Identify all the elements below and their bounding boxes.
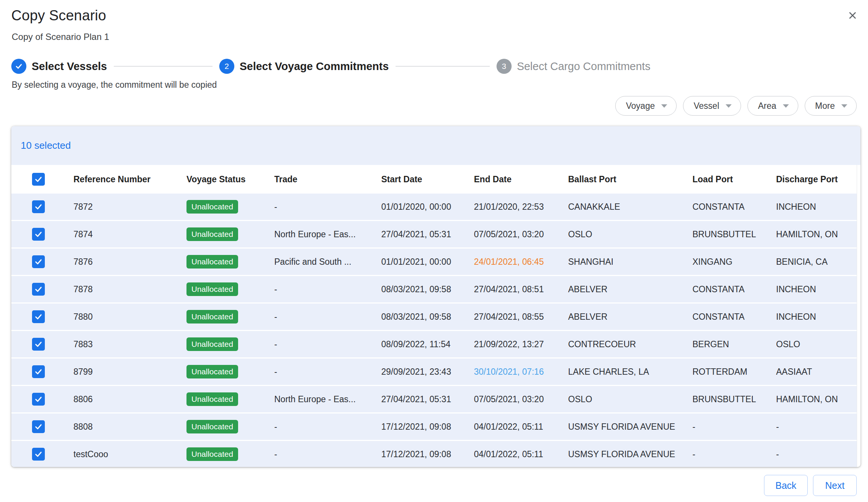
cell-end-date: 04/01/2022, 05:11	[474, 422, 568, 432]
step-label: Select Voyage Commitments	[240, 60, 389, 73]
table-row[interactable]: 7880 Unallocated - 08/03/2021, 09:58 27/…	[11, 304, 857, 331]
table-row[interactable]: 8799 Unallocated - 29/09/2021, 23:43 30/…	[11, 359, 857, 386]
column-header-start-date: Start Date	[381, 174, 474, 185]
cell-end-date: 24/01/2021, 06:45	[474, 257, 568, 267]
cell-start-date: 27/04/2021, 05:31	[381, 229, 474, 240]
filter-voyage-button[interactable]: Voyage	[615, 96, 677, 116]
close-button[interactable]	[845, 8, 860, 23]
cell-start-date: 27/04/2021, 05:31	[381, 394, 474, 404]
step-label: Select Cargo Commitments	[517, 60, 651, 73]
checkbox-check-icon	[34, 312, 43, 321]
table-row[interactable]: 7876 Unallocated Pacific and South ... 0…	[11, 249, 857, 276]
chevron-down-icon	[841, 104, 847, 108]
cell-ballast-port: OSLO	[568, 229, 692, 240]
chevron-down-icon	[661, 104, 667, 108]
cell-discharge-port: -	[776, 449, 857, 459]
table-row[interactable]: 8808 Unallocated - 17/12/2021, 09:08 04/…	[11, 414, 857, 441]
select-all-checkbox[interactable]	[32, 173, 45, 186]
row-checkbox[interactable]	[32, 200, 45, 213]
table-row[interactable]: 7872 Unallocated - 01/01/2020, 00:00 21/…	[11, 194, 857, 221]
table-row[interactable]: 8806 Unallocated North Europe - Eas... 2…	[11, 386, 857, 414]
row-checkbox[interactable]	[32, 420, 45, 433]
page-subtitle: Copy of Scenario Plan 1	[12, 32, 109, 42]
status-badge: Unallocated	[186, 392, 238, 406]
cell-end-date: 07/05/2021, 03:20	[474, 394, 568, 404]
step-select-vessels[interactable]: Select Vessels	[11, 59, 107, 74]
cell-discharge-port: OSLO	[776, 339, 857, 349]
cell-trade: -	[274, 312, 381, 322]
filter-vessel-button[interactable]: Vessel	[683, 96, 741, 116]
cell-checkbox	[11, 283, 73, 296]
cell-reference-number: 7874	[73, 229, 186, 240]
cell-ballast-port: LAKE CHARLES, LA	[568, 367, 692, 377]
status-badge: Unallocated	[186, 447, 238, 461]
row-checkbox[interactable]	[32, 393, 45, 406]
step-select-voyage-commitments[interactable]: 2 Select Voyage Commitments	[219, 59, 389, 74]
cell-load-port: ROTTERDAM	[692, 367, 776, 377]
row-checkbox[interactable]	[32, 255, 45, 268]
step-connector	[396, 66, 490, 67]
cell-reference-number: 7883	[73, 339, 186, 349]
cell-end-date: 21/01/2020, 22:53	[474, 202, 568, 212]
close-icon	[847, 9, 859, 21]
cell-checkbox	[11, 255, 73, 268]
cell-load-port: CONSTANTA	[692, 312, 776, 322]
filter-area-button[interactable]: Area	[747, 96, 798, 116]
voyage-table-card: 10 selected Reference Number Voyage Stat…	[11, 126, 860, 467]
cell-ballast-port: USMSY FLORIDA AVENUE	[568, 422, 692, 432]
cell-voyage-status: Unallocated	[186, 365, 274, 378]
cell-ballast-port: CONTRECOEUR	[568, 339, 692, 349]
filter-bar: Voyage Vessel Area More	[615, 96, 857, 116]
filter-label: Vessel	[694, 101, 719, 111]
cell-load-port: -	[692, 422, 776, 432]
filter-label: Area	[758, 101, 776, 111]
cell-checkbox	[11, 448, 73, 461]
step-number: 2	[219, 59, 234, 74]
column-header-load-port: Load Port	[692, 174, 776, 185]
next-button[interactable]: Next	[813, 475, 857, 496]
table-row[interactable]: 7878 Unallocated - 08/03/2021, 09:58 27/…	[11, 276, 857, 304]
checkbox-check-icon	[34, 257, 43, 266]
status-badge: Unallocated	[186, 282, 238, 296]
checkbox-check-icon	[34, 422, 43, 431]
row-checkbox[interactable]	[32, 338, 45, 351]
cell-trade: -	[274, 422, 381, 432]
step-label: Select Vessels	[32, 60, 107, 73]
table-body: 7872 Unallocated - 01/01/2020, 00:00 21/…	[11, 194, 860, 467]
step-connector	[114, 66, 212, 67]
check-icon	[11, 59, 26, 74]
cell-load-port: BRUNSBUTTEL	[692, 394, 776, 404]
cell-checkbox	[11, 420, 73, 433]
step-select-cargo-commitments[interactable]: 3 Select Cargo Commitments	[497, 59, 651, 74]
status-badge: Unallocated	[186, 200, 238, 214]
row-checkbox[interactable]	[32, 283, 45, 296]
cell-reference-number: 8799	[73, 367, 186, 377]
cell-voyage-status: Unallocated	[186, 282, 274, 296]
row-checkbox[interactable]	[32, 228, 45, 241]
table-row[interactable]: 7883 Unallocated - 08/09/2022, 11:54 21/…	[11, 331, 857, 359]
cell-load-port: -	[692, 449, 776, 459]
cell-voyage-status: Unallocated	[186, 310, 274, 323]
cell-end-date: 21/09/2022, 13:27	[474, 339, 568, 349]
table-row[interactable]: 7874 Unallocated North Europe - Eas... 2…	[11, 221, 857, 249]
checkbox-check-icon	[34, 230, 43, 239]
cell-load-port: BERGEN	[692, 339, 776, 349]
filter-more-button[interactable]: More	[805, 96, 857, 116]
table-scrollbar-gutter	[857, 165, 857, 467]
row-checkbox[interactable]	[32, 310, 45, 323]
cell-ballast-port: CANAKKALE	[568, 202, 692, 212]
table-header-row: Reference Number Voyage Status Trade Sta…	[11, 165, 857, 194]
checkbox-check-icon	[34, 202, 43, 211]
chevron-down-icon	[783, 104, 789, 108]
table-row[interactable]: testCooo Unallocated - 17/12/2021, 09:08…	[11, 441, 857, 467]
cell-ballast-port: OSLO	[568, 394, 692, 404]
filter-label: Voyage	[626, 101, 655, 111]
column-header-voyage-status: Voyage Status	[186, 174, 274, 185]
row-checkbox[interactable]	[32, 365, 45, 378]
back-button[interactable]: Back	[764, 475, 808, 496]
row-checkbox[interactable]	[32, 448, 45, 461]
cell-reference-number: testCooo	[73, 449, 186, 459]
checkbox-check-icon	[34, 285, 43, 294]
column-header-end-date: End Date	[474, 174, 568, 185]
cell-end-date: 07/05/2021, 03:20	[474, 229, 568, 240]
